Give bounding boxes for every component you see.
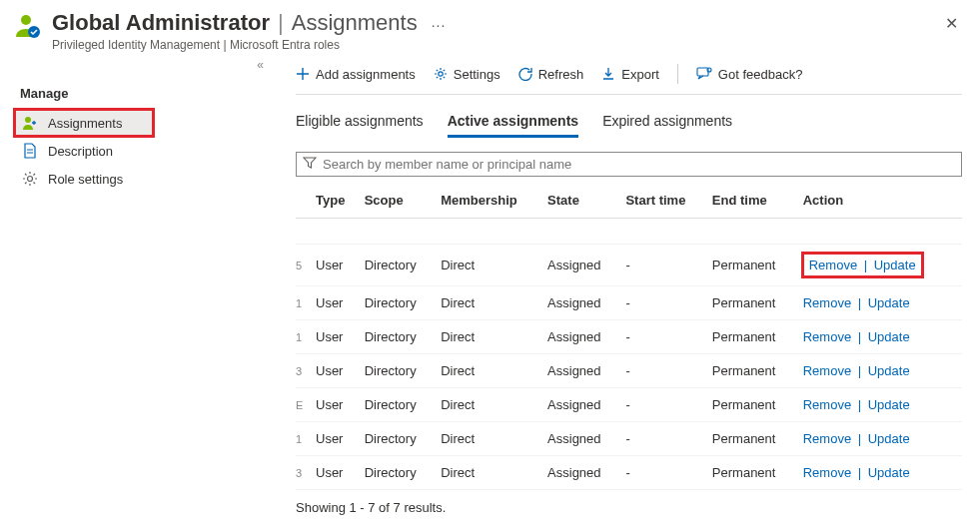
page-subtitle: Assignments bbox=[292, 10, 418, 36]
svg-point-0 bbox=[21, 15, 31, 25]
cell-start: - bbox=[625, 245, 711, 286]
table-row[interactable]: EUserDirectoryDirectAssigned-PermanentRe… bbox=[296, 388, 962, 422]
refresh-label: Refresh bbox=[538, 67, 584, 82]
sidebar-item-assignments[interactable]: Assignments bbox=[14, 109, 154, 137]
refresh-button[interactable]: Refresh bbox=[518, 67, 584, 82]
action-separator: | bbox=[854, 295, 865, 310]
remove-link[interactable]: Remove bbox=[803, 465, 851, 480]
cell-type: User bbox=[316, 286, 365, 320]
table-row[interactable]: 1UserDirectoryDirectAssigned-PermanentRe… bbox=[296, 286, 962, 320]
cell-membership: Direct bbox=[441, 388, 547, 422]
title-separator: | bbox=[278, 10, 284, 36]
cell-type: User bbox=[316, 422, 365, 456]
cell-state: Assigned bbox=[547, 245, 625, 286]
tab-eligible-assignments[interactable]: Eligible assignments bbox=[296, 107, 424, 138]
table-row[interactable]: 3UserDirectoryDirectAssigned-PermanentRe… bbox=[296, 456, 962, 490]
assignments-table: TypeScopeMembershipStateStart timeEnd ti… bbox=[296, 183, 962, 490]
search-box[interactable] bbox=[296, 152, 962, 177]
table-row[interactable]: 1UserDirectoryDirectAssigned-PermanentRe… bbox=[296, 320, 962, 354]
action-separator: | bbox=[860, 258, 871, 272]
admin-role-icon bbox=[14, 12, 42, 43]
cell-scope: Directory bbox=[365, 388, 442, 422]
column-header-start-time[interactable]: Start time bbox=[625, 183, 711, 219]
svg-rect-5 bbox=[697, 68, 708, 76]
remove-link[interactable]: Remove bbox=[803, 295, 851, 310]
table-row[interactable]: 5UserDirectoryDirectAssigned-PermanentRe… bbox=[296, 245, 962, 286]
toolbar: Add assignments Settings Refresh Export bbox=[296, 58, 962, 95]
close-button[interactable]: ✕ bbox=[941, 10, 962, 37]
cell-type: User bbox=[316, 354, 365, 388]
cell-end: Permanent bbox=[712, 286, 803, 320]
update-link[interactable]: Update bbox=[874, 258, 916, 272]
cell-end: Permanent bbox=[712, 354, 803, 388]
column-header-end-time[interactable]: End time bbox=[712, 183, 803, 219]
column-header-type[interactable]: Type bbox=[316, 183, 365, 219]
column-header-action[interactable]: Action bbox=[803, 183, 962, 219]
cell-end: Permanent bbox=[712, 456, 803, 490]
action-separator: | bbox=[854, 397, 865, 412]
remove-link[interactable]: Remove bbox=[803, 329, 851, 344]
remove-link[interactable]: Remove bbox=[809, 258, 857, 272]
update-link[interactable]: Update bbox=[868, 431, 910, 446]
table-row[interactable]: 1UserDirectoryDirectAssigned-PermanentRe… bbox=[296, 422, 962, 456]
feedback-button[interactable]: Got feedback? bbox=[696, 67, 803, 82]
more-menu-button[interactable]: ··· bbox=[432, 17, 447, 33]
sidebar-item-label: Assignments bbox=[48, 116, 122, 131]
breadcrumb: Privileged Identity Management | Microso… bbox=[52, 38, 941, 52]
svg-point-2 bbox=[25, 117, 31, 123]
table-row[interactable]: 3UserDirectoryDirectAssigned-PermanentRe… bbox=[296, 354, 962, 388]
row-lead: 1 bbox=[296, 320, 316, 354]
settings-button[interactable]: Settings bbox=[434, 67, 500, 82]
download-icon bbox=[601, 67, 615, 81]
column-header-membership[interactable]: Membership bbox=[441, 183, 547, 219]
tab-active-assignments[interactable]: Active assignments bbox=[448, 107, 579, 138]
row-lead: 3 bbox=[296, 354, 316, 388]
refresh-icon bbox=[518, 67, 532, 81]
cell-membership: Direct bbox=[441, 245, 547, 286]
sidebar-item-label: Role settings bbox=[48, 172, 123, 187]
document-icon bbox=[22, 143, 38, 159]
remove-link[interactable]: Remove bbox=[803, 363, 851, 378]
tab-expired-assignments[interactable]: Expired assignments bbox=[602, 107, 732, 138]
cell-action: Remove | Update bbox=[803, 422, 962, 456]
add-assignments-button[interactable]: Add assignments bbox=[296, 67, 416, 82]
cell-end: Permanent bbox=[712, 245, 803, 286]
action-separator: | bbox=[854, 363, 865, 378]
sidebar-item-description[interactable]: Description bbox=[14, 137, 274, 165]
remove-link[interactable]: Remove bbox=[803, 431, 851, 446]
cell-start: - bbox=[625, 388, 711, 422]
cell-start: - bbox=[625, 320, 711, 354]
sidebar-item-role-settings[interactable]: Role settings bbox=[14, 165, 274, 193]
results-count: Showing 1 - 7 of 7 results. bbox=[296, 500, 962, 515]
update-link[interactable]: Update bbox=[868, 295, 910, 310]
cell-scope: Directory bbox=[365, 422, 442, 456]
sidebar-item-label: Description bbox=[48, 144, 113, 159]
column-header-state[interactable]: State bbox=[547, 183, 625, 219]
update-link[interactable]: Update bbox=[868, 397, 910, 412]
svg-point-3 bbox=[28, 177, 33, 182]
cell-start: - bbox=[625, 422, 711, 456]
cell-state: Assigned bbox=[547, 354, 625, 388]
update-link[interactable]: Update bbox=[868, 329, 910, 344]
cell-end: Permanent bbox=[712, 388, 803, 422]
cell-end: Permanent bbox=[712, 422, 803, 456]
update-link[interactable]: Update bbox=[868, 465, 910, 480]
collapse-sidebar-button[interactable]: « bbox=[257, 58, 264, 72]
cell-action: Remove | Update bbox=[803, 388, 962, 422]
cell-start: - bbox=[625, 354, 711, 388]
update-link[interactable]: Update bbox=[868, 363, 910, 378]
cell-state: Assigned bbox=[547, 320, 625, 354]
export-label: Export bbox=[621, 67, 659, 82]
plus-icon bbox=[296, 67, 310, 81]
cell-action: Remove | Update bbox=[803, 456, 962, 490]
export-button[interactable]: Export bbox=[601, 67, 659, 82]
search-input[interactable] bbox=[323, 157, 955, 172]
action-separator: | bbox=[854, 431, 865, 446]
cell-state: Assigned bbox=[547, 456, 625, 490]
cell-type: User bbox=[316, 320, 365, 354]
cell-action: Remove | Update bbox=[803, 354, 962, 388]
remove-link[interactable]: Remove bbox=[803, 397, 851, 412]
sidebar-section-label: Manage bbox=[14, 86, 274, 101]
cell-end: Permanent bbox=[712, 320, 803, 354]
column-header-scope[interactable]: Scope bbox=[365, 183, 442, 219]
